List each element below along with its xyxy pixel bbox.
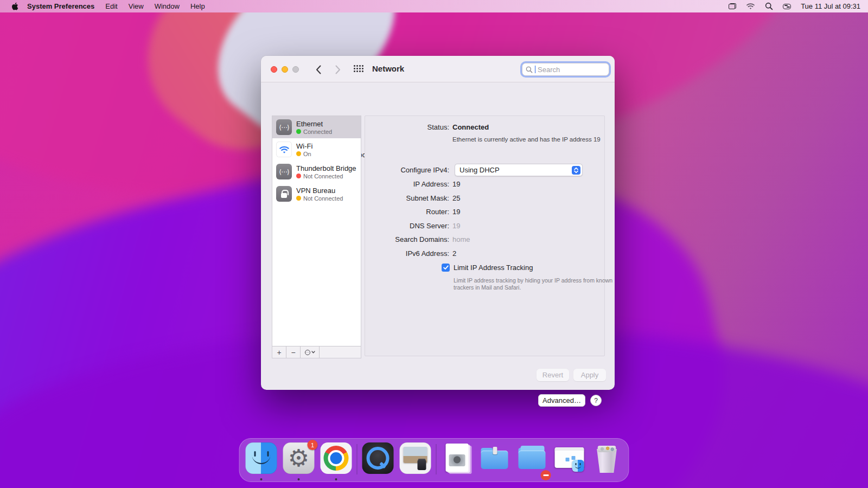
service-name: Ethernet [296, 120, 332, 128]
zip-pull-icon [493, 447, 497, 454]
service-wi-fi[interactable]: Wi-FiOn [272, 138, 361, 160]
help-button[interactable]: ? [590, 395, 602, 406]
forward-button[interactable] [332, 63, 344, 75]
chevron-down-icon [311, 351, 315, 354]
form-value-1: 19 [452, 180, 460, 188]
lock-icon [281, 193, 287, 198]
running-indicator-dot [298, 478, 300, 480]
menu-clock[interactable]: Tue 11 Jul at 09:31 [801, 2, 860, 10]
zoom-button [292, 66, 299, 73]
dock-quicktime-player-icon[interactable] [361, 442, 395, 481]
menu-item-edit[interactable]: Edit [100, 0, 123, 12]
search-input[interactable]: Search [522, 63, 609, 76]
dock-minimized-finder-window-icon[interactable] [553, 442, 586, 481]
service-status: Not Connected [296, 173, 356, 179]
form-value-4: 19 [452, 222, 460, 230]
menu-bar: System Preferences Edit View Window Help [0, 0, 868, 12]
wifi-icon[interactable] [746, 3, 755, 10]
form-value-3: 19 [452, 208, 460, 216]
search-field-icon [526, 66, 533, 73]
apple-menu[interactable] [8, 2, 22, 10]
search-placeholder: Search [538, 66, 560, 74]
form-label-1: IP Address: [365, 180, 449, 188]
control-center-icon[interactable] [783, 4, 791, 9]
window-title: Network [372, 64, 404, 73]
popup-value: Using DHCP [459, 166, 500, 174]
form-label-6: IPv6 Address: [365, 249, 449, 258]
service-status: On [296, 151, 312, 157]
text-caret [535, 66, 535, 73]
title-bar[interactable]: Network Search [261, 56, 615, 82]
configure-ipv4-popup[interactable]: Using DHCP [455, 164, 583, 176]
dock-divider [357, 444, 358, 474]
remove-service-button[interactable]: − [286, 346, 301, 358]
menu-item-help[interactable]: Help [185, 0, 210, 12]
status-dot [296, 196, 301, 201]
show-all-grid-icon[interactable] [354, 65, 363, 72]
service-ethernet[interactable]: ⟨⋯⟩EthernetConnected [272, 116, 361, 138]
back-button[interactable] [312, 63, 324, 75]
menu-item-window[interactable]: Window [149, 0, 185, 12]
dock-trash-icon[interactable] [590, 442, 624, 481]
status-label: Status: [365, 123, 449, 131]
search-icon[interactable] [765, 2, 773, 10]
service-thunderbolt-bridge[interactable]: ⟨⋯⟩Thunderbolt BridgeNot Connected [272, 160, 361, 183]
form-label-0: Configure IPv4: [365, 166, 449, 174]
apply-button[interactable]: Apply [573, 369, 606, 381]
dock: 1 [239, 438, 629, 482]
dock-finder-icon[interactable] [245, 442, 278, 481]
notification-badge: 1 [308, 440, 318, 450]
ethernet-icon: ⟨⋯⟩ [279, 169, 289, 175]
apple-icon [11, 2, 18, 10]
quicktime-player-app-icon [362, 442, 394, 474]
form-label-3: Router: [365, 208, 449, 216]
folder-stack-app-icon [516, 442, 548, 474]
dock-system-preferences-icon[interactable]: 1 [282, 442, 316, 481]
service-name: Thunderbolt Bridge [296, 164, 356, 172]
sidebar-toolbar: + − ⋯ [272, 346, 361, 358]
checkbox-description: Limit IP address tracking by hiding your… [454, 277, 614, 291]
status-dot [296, 174, 301, 178]
service-vpn-bureau[interactable]: VPN BureauNot Connected [272, 183, 361, 205]
add-service-button[interactable]: + [272, 346, 286, 358]
screenshot-app-app-icon [400, 442, 431, 474]
close-button[interactable] [271, 66, 277, 73]
service-name: VPN Bureau [296, 187, 343, 195]
menu-app-name[interactable]: System Preferences [22, 0, 100, 12]
wifi-icon [279, 145, 290, 154]
dock-screenshot-app-icon[interactable] [399, 442, 432, 481]
limit-ip-tracking-checkbox[interactable]: Limit IP Address Tracking [442, 264, 533, 272]
advanced-button[interactable]: Advanced… [538, 394, 585, 407]
service-status: Not Connected [296, 195, 343, 202]
service-status: Connected [296, 129, 332, 135]
form-label-2: Subnet Mask: [365, 194, 449, 202]
form-value-6: 2 [452, 249, 456, 258]
minimize-button[interactable] [282, 66, 288, 73]
popup-stepper-icon [572, 166, 580, 175]
checkbox-check-icon [442, 264, 450, 272]
form-value-2: 25 [452, 194, 460, 202]
network-preferences-window: Network Search Location: Automatic ⟨⋯⟩Et… [261, 56, 615, 390]
form-label-4: DNS Server: [365, 222, 449, 230]
running-indicator-dot [260, 478, 263, 480]
menu-item-view[interactable]: View [123, 0, 149, 12]
checkbox-label: Limit IP Address Tracking [454, 264, 533, 272]
service-detail-panel: Status: Connected Ethernet is currently … [365, 115, 605, 356]
ethernet-icon: ⟨⋯⟩ [279, 124, 289, 131]
disk-image-file-app-icon [442, 442, 473, 474]
dock-disk-image-file-icon[interactable] [441, 442, 474, 481]
finder-badge-icon [572, 460, 584, 472]
form-label-5: Search Domains: [365, 235, 449, 243]
status-description: Ethernet is currently active and has the… [452, 136, 634, 143]
minus-badge-icon [541, 470, 551, 480]
action-menu-icon: ⋯ [305, 350, 310, 355]
dock-folder-stack-icon[interactable] [515, 442, 549, 481]
action-menu-button[interactable]: ⋯ [301, 346, 320, 358]
zip-folder-app-icon [479, 442, 510, 474]
dock-chrome-icon[interactable] [320, 442, 353, 481]
revert-button[interactable]: Revert [537, 369, 569, 381]
folder-stack-layers [521, 446, 545, 451]
dock-zip-folder-icon[interactable] [478, 442, 512, 481]
windows-icon[interactable] [729, 3, 736, 9]
chrome-app-icon [321, 442, 352, 474]
